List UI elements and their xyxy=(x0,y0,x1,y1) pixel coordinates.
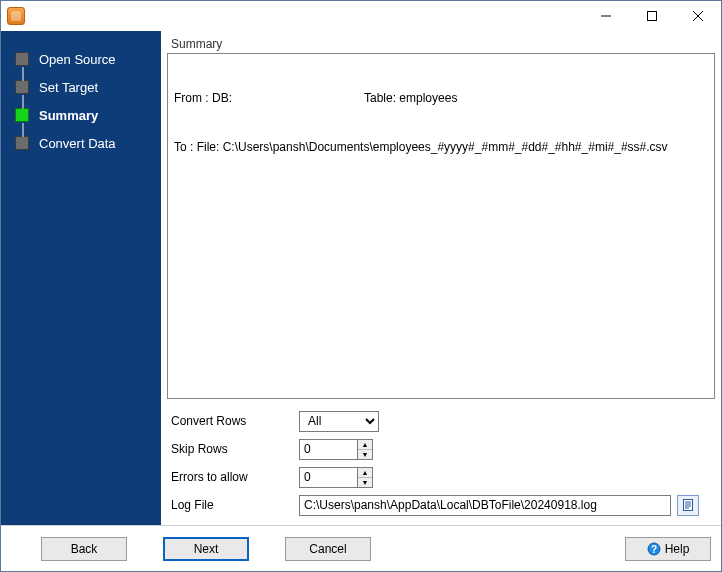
summary-heading: Summary xyxy=(167,35,715,53)
button-label: Help xyxy=(665,542,690,556)
label-errors-allow: Errors to allow xyxy=(171,470,299,484)
minimize-icon xyxy=(601,11,611,21)
cancel-button[interactable]: Cancel xyxy=(285,537,371,561)
wizard-sidebar: Open Source Set Target Summary Convert D… xyxy=(1,31,161,525)
sidebar-item-summary[interactable]: Summary xyxy=(1,101,161,129)
step-marker-icon xyxy=(15,136,29,150)
close-button[interactable] xyxy=(675,1,721,31)
svg-rect-0 xyxy=(648,12,657,21)
label-convert-rows: Convert Rows xyxy=(171,414,299,428)
summary-text: From : DB: Table: employees To : File: C… xyxy=(167,53,715,399)
step-marker-icon xyxy=(15,108,29,122)
button-label: Back xyxy=(71,542,98,556)
main-panel: Summary From : DB: Table: employees To :… xyxy=(161,31,721,525)
spin-down-icon[interactable]: ▼ xyxy=(358,450,372,459)
options-form: Convert Rows All Skip Rows ▲ ▼ xyxy=(167,399,715,525)
spin-up-icon[interactable]: ▲ xyxy=(358,440,372,450)
spin-up-icon[interactable]: ▲ xyxy=(358,468,372,478)
step-marker-icon xyxy=(15,80,29,94)
sidebar-item-label: Convert Data xyxy=(39,136,116,151)
window-controls xyxy=(583,1,721,31)
sidebar-item-label: Set Target xyxy=(39,80,98,95)
maximize-icon xyxy=(647,11,657,21)
label-log-file: Log File xyxy=(171,498,299,512)
browse-log-button[interactable] xyxy=(677,495,699,516)
sidebar-item-label: Open Source xyxy=(39,52,116,67)
app-icon xyxy=(7,7,25,25)
help-icon: ? xyxy=(647,542,661,556)
input-skip-rows[interactable] xyxy=(299,439,357,460)
file-icon xyxy=(682,499,694,511)
help-button[interactable]: ? Help xyxy=(625,537,711,561)
button-label: Next xyxy=(194,542,219,556)
label-skip-rows: Skip Rows xyxy=(171,442,299,456)
sidebar-item-convert-data[interactable]: Convert Data xyxy=(1,129,161,157)
app-window: Open Source Set Target Summary Convert D… xyxy=(0,0,722,572)
input-errors-allow[interactable] xyxy=(299,467,357,488)
sidebar-item-label: Summary xyxy=(39,108,98,123)
select-convert-rows[interactable]: All xyxy=(299,411,379,432)
back-button[interactable]: Back xyxy=(41,537,127,561)
summary-to: To : File: C:\Users\pansh\Documents\empl… xyxy=(174,139,708,155)
row-convert-rows: Convert Rows All xyxy=(171,407,713,435)
footer: Back Next Cancel ? Help xyxy=(1,525,721,571)
svg-rect-1 xyxy=(684,500,693,511)
svg-text:?: ? xyxy=(651,544,657,555)
spinner-errors-allow: ▲ ▼ xyxy=(299,467,373,488)
sidebar-item-open-source[interactable]: Open Source xyxy=(1,45,161,73)
close-icon xyxy=(693,11,703,21)
spinner-skip-rows: ▲ ▼ xyxy=(299,439,373,460)
row-skip-rows: Skip Rows ▲ ▼ xyxy=(171,435,713,463)
row-log-file: Log File xyxy=(171,491,713,519)
input-log-file[interactable] xyxy=(299,495,671,516)
summary-table: Table: employees xyxy=(364,90,457,106)
spin-down-icon[interactable]: ▼ xyxy=(358,478,372,487)
titlebar xyxy=(1,1,721,31)
minimize-button[interactable] xyxy=(583,1,629,31)
maximize-button[interactable] xyxy=(629,1,675,31)
spin-buttons: ▲ ▼ xyxy=(357,467,373,488)
row-errors-allow: Errors to allow ▲ ▼ xyxy=(171,463,713,491)
sidebar-item-set-target[interactable]: Set Target xyxy=(1,73,161,101)
body: Open Source Set Target Summary Convert D… xyxy=(1,31,721,525)
next-button[interactable]: Next xyxy=(163,537,249,561)
spin-buttons: ▲ ▼ xyxy=(357,439,373,460)
summary-from: From : DB: xyxy=(174,90,364,106)
step-marker-icon xyxy=(15,52,29,66)
button-label: Cancel xyxy=(309,542,346,556)
